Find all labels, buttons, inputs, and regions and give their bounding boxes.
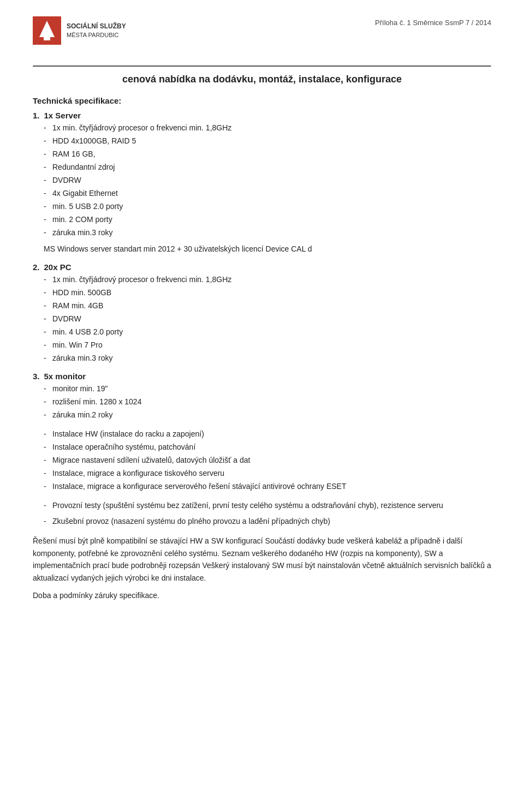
footer-paragraph-2: Doba a podmínky záruky specifikace. xyxy=(33,589,491,601)
services-section: Instalace HW (instalace do racku a zapoj… xyxy=(33,428,491,492)
monitor-number: 3. xyxy=(33,372,40,381)
list-item: min. Win 7 Pro xyxy=(44,339,491,351)
svg-rect-2 xyxy=(44,37,50,40)
list-item: záruka min.3 roky xyxy=(44,227,491,238)
pc-number: 2. xyxy=(33,262,40,272)
list-item: HDD 4x1000GB, RAID 5 xyxy=(44,135,491,147)
logo-text: SOCIÁLNÍ SLUŽBY města Pardubic xyxy=(67,22,126,39)
monitor-list: monitor min. 19" rozlišení min. 1280 x 1… xyxy=(33,383,491,421)
list-item: monitor min. 19" xyxy=(44,383,491,395)
server-title: 1x Server xyxy=(44,111,81,120)
top-divider xyxy=(33,65,491,67)
server-number: 1. xyxy=(33,111,40,120)
logo-area: SOCIÁLNÍ SLUŽBY města Pardubic xyxy=(33,16,126,45)
list-item: 4x Gigabit Ethernet xyxy=(44,188,491,199)
list-item: min. 2 COM porty xyxy=(44,214,491,225)
list-item: HDD min. 500GB xyxy=(44,287,491,298)
list-item: RAM 16 GB, xyxy=(44,148,491,160)
list-item: min. 4 USB 2.0 porty xyxy=(44,326,491,338)
header: SOCIÁLNÍ SLUŽBY města Pardubic Příloha č… xyxy=(33,16,491,50)
footer-paragraph-1: Řešení musí být plně kompatibilní se stá… xyxy=(33,535,491,584)
list-item: RAM min. 4GB xyxy=(44,300,491,312)
list-item: záruka min.2 roky xyxy=(44,409,491,421)
list-item: Instalace operačního systému, patchování xyxy=(44,441,491,453)
monitor-header: 3. 5x monitor xyxy=(33,372,491,381)
list-item: min. 5 USB 2.0 porty xyxy=(44,201,491,212)
list-item: Instalace HW (instalace do racku a zapoj… xyxy=(44,428,491,440)
pc-list: 1x min. čtyřjádrový procesor o frekvenci… xyxy=(33,274,491,364)
list-item: Zkušební provoz (nasazení systému do pln… xyxy=(44,516,491,527)
services-list: Instalace HW (instalace do racku a zapoj… xyxy=(33,428,491,492)
section-monitor: 3. 5x monitor monitor min. 19" rozlišení… xyxy=(33,372,491,421)
pc-header: 2. 20x PC xyxy=(33,262,491,272)
list-item: DVDRW xyxy=(44,313,491,325)
section-pc: 2. 20x PC 1x min. čtyřjádrový procesor o… xyxy=(33,262,491,364)
server-header: 1. 1x Server xyxy=(33,111,491,120)
extra-services-list: Provozní testy (spuštění systému bez zat… xyxy=(33,500,491,527)
section-server: 1. 1x Server 1x min. čtyřjádrový proceso… xyxy=(33,111,491,255)
extra-services-section: Provozní testy (spuštění systému bez zat… xyxy=(33,500,491,527)
pc-title: 20x PC xyxy=(44,262,72,272)
main-title: cenová nabídka na dodávku, montáž, insta… xyxy=(33,74,491,85)
list-item: Instalace, migrace a konfigurace servero… xyxy=(44,481,491,492)
logo-icon xyxy=(33,16,61,45)
server-note: MS Windows server standart min 2012 + 30… xyxy=(44,243,491,255)
page: SOCIÁLNÍ SLUŽBY města Pardubic Příloha č… xyxy=(0,0,524,812)
list-item: záruka min.3 roky xyxy=(44,353,491,364)
list-item: Instalace, migrace a konfigurace tiskové… xyxy=(44,468,491,479)
list-item: Redundantní zdroj xyxy=(44,162,491,173)
list-item: Provozní testy (spuštění systému bez zat… xyxy=(44,500,491,511)
footer-text-section: Řešení musí být plně kompatibilní se stá… xyxy=(33,535,491,601)
technical-spec-title: Technická specifikace: xyxy=(33,96,491,105)
list-item: DVDRW xyxy=(44,175,491,186)
list-item: Migrace nastavení sdílení uživatelů, dat… xyxy=(44,455,491,466)
list-item: 1x min. čtyřjádrový procesor o frekvenci… xyxy=(44,122,491,134)
monitor-title: 5x monitor xyxy=(44,372,86,381)
list-item: 1x min. čtyřjádrový procesor o frekvenci… xyxy=(44,274,491,285)
server-list: 1x min. čtyřjádrový procesor o frekvenci… xyxy=(33,122,491,238)
header-subtitle: Příloha č. 1 Směrnice SsmP 7 / 2014 xyxy=(375,16,491,27)
list-item: rozlišení min. 1280 x 1024 xyxy=(44,396,491,408)
